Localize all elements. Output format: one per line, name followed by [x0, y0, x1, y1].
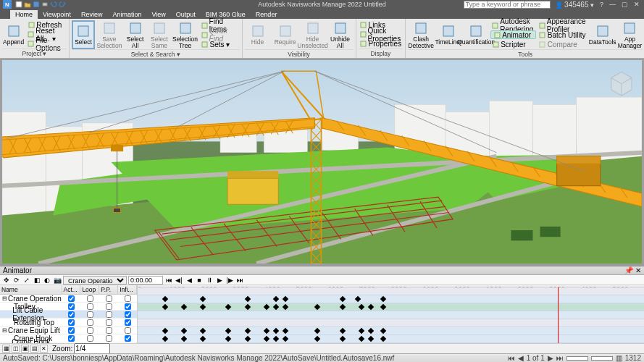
checkbox-inf[interactable] [125, 327, 131, 334]
translate-icon[interactable]: ✥ [2, 276, 11, 285]
add-camera-icon[interactable]: ◫ [12, 345, 20, 353]
keyframe[interactable] [314, 328, 319, 334]
quick-properties-button[interactable]: Quick Properties [359, 30, 403, 39]
timeline-row[interactable] [138, 303, 644, 311]
forward-icon[interactable]: ⏭ [235, 276, 244, 285]
qat-open-icon[interactable] [24, 1, 31, 8]
qat-print-icon[interactable] [41, 1, 49, 8]
animator-button[interactable]: Animator [490, 30, 536, 39]
step-back-icon[interactable]: ◀| [175, 276, 183, 285]
tab-home[interactable]: Home [10, 10, 38, 19]
timeline-row[interactable] [138, 319, 644, 327]
keyframe[interactable] [181, 304, 187, 310]
keyframe[interactable] [200, 296, 206, 302]
sheet-nav-first-icon[interactable]: ⏮ [508, 354, 515, 362]
keyframe[interactable] [225, 336, 231, 342]
unhide-all-button[interactable]: Unhide All [327, 20, 354, 49]
hide-unselected-button[interactable]: Hide Unselected [300, 20, 326, 49]
append-button[interactable]: Append [2, 20, 25, 49]
checkbox-pp[interactable] [106, 303, 112, 310]
hide-button[interactable]: Hide [245, 20, 271, 49]
tab-output[interactable]: Output [171, 10, 201, 19]
tree-row[interactable]: Lift Cable Extension [0, 311, 137, 319]
timeline-rows[interactable] [138, 287, 644, 343]
keyframe[interactable] [273, 304, 279, 310]
sets-button[interactable]: Sets ▾ [200, 40, 240, 49]
keyframe[interactable] [181, 336, 187, 342]
checkbox-inf[interactable] [125, 303, 131, 310]
checkbox-pp[interactable] [106, 319, 112, 326]
checkbox-act[interactable] [68, 303, 75, 310]
compare-button[interactable]: Compare [538, 40, 588, 49]
keyframe[interactable] [355, 296, 361, 302]
transparency-icon[interactable]: ◐ [43, 276, 51, 285]
keyword-search[interactable] [464, 1, 551, 9]
quick-find-button[interactable]: Quick Find [200, 30, 240, 39]
quantification-button[interactable]: Quantification [463, 20, 489, 49]
checkbox-pp[interactable] [106, 295, 112, 302]
keyframe[interactable] [244, 296, 250, 302]
col-act[interactable]: Act... [62, 285, 81, 294]
rewind-icon[interactable]: ⏮ [164, 276, 173, 285]
keyframe[interactable] [339, 328, 345, 334]
timeline-row[interactable] [138, 287, 644, 295]
keyframe[interactable] [162, 336, 168, 342]
keyframe[interactable] [273, 328, 279, 334]
qat-undo-icon[interactable] [50, 1, 57, 8]
signin-button[interactable]: 👤 345465 ▾ [553, 1, 595, 9]
keyframe[interactable] [244, 328, 250, 334]
add-scene-icon[interactable]: ▦ [2, 345, 10, 353]
playhead[interactable] [558, 287, 559, 343]
keyframe[interactable] [359, 328, 364, 334]
checkbox-act[interactable] [68, 319, 75, 326]
scale-icon[interactable]: ⤢ [22, 276, 31, 285]
sheet-nav-last-icon[interactable]: ⏭ [556, 354, 564, 362]
save-selection-button[interactable]: Save Selection [96, 20, 122, 49]
col-name[interactable]: Name [0, 285, 62, 294]
require-button[interactable]: Require [272, 20, 298, 49]
checkbox-inf[interactable] [125, 311, 131, 318]
keyframe[interactable] [200, 304, 206, 310]
timeline-row[interactable] [138, 335, 644, 343]
tree-row[interactable]: ⊟Crane Operation [0, 295, 137, 303]
keyframe[interactable] [339, 304, 345, 310]
checkbox-pp[interactable] [106, 335, 112, 342]
tab-review[interactable]: Review [76, 10, 108, 19]
play-icon[interactable]: ▶ [215, 276, 224, 285]
keyframe[interactable] [283, 328, 288, 334]
select-button[interactable]: Select [72, 20, 95, 49]
checkbox-loop[interactable] [87, 319, 93, 326]
zoom-input[interactable] [74, 343, 110, 354]
qat-redo-icon[interactable] [59, 1, 66, 8]
keyframe[interactable] [380, 304, 386, 310]
keyframe[interactable] [244, 336, 250, 342]
autodesk-rendering-button[interactable]: Autodesk Rendering [490, 21, 536, 30]
tab-animation[interactable]: Animation [107, 10, 146, 19]
checkbox-loop[interactable] [87, 311, 93, 318]
keyframe[interactable] [359, 336, 364, 342]
tree-row[interactable]: ⊟Crane Equip Lift [0, 327, 137, 334]
gpu-icon[interactable]: ▥ [616, 354, 622, 362]
close-button[interactable]: ✕ [632, 1, 641, 8]
tab-viewpoint[interactable]: Viewpoint [38, 10, 76, 19]
selection-tree-button[interactable]: Selection Tree [172, 20, 198, 49]
select-all-button[interactable]: Select All [124, 20, 146, 49]
keyframe[interactable] [181, 328, 187, 334]
scene-select[interactable]: Crane Operatio [63, 276, 127, 285]
tab-view[interactable]: View [146, 10, 170, 19]
keyframe[interactable] [264, 304, 269, 310]
checkbox-inf[interactable] [125, 335, 131, 342]
datatools-button[interactable]: DataTools [590, 20, 616, 49]
checkbox-loop[interactable] [87, 335, 93, 342]
clash-detective-button[interactable]: Clash Detective [408, 20, 434, 49]
keyframe[interactable] [225, 328, 231, 334]
tree-rows[interactable]: ⊟Crane OperationTrolleyLift Cable Extens… [0, 295, 137, 343]
tab-render[interactable]: Render [251, 10, 283, 19]
maximize-button[interactable]: ▢ [620, 1, 630, 8]
time-input[interactable] [128, 276, 163, 285]
scripter-button[interactable]: Scripter [490, 40, 536, 49]
keyframe[interactable] [283, 336, 288, 342]
checkbox-act[interactable] [68, 311, 75, 318]
delete-icon[interactable]: ✕ [40, 345, 48, 353]
checkbox-inf[interactable] [125, 319, 131, 326]
